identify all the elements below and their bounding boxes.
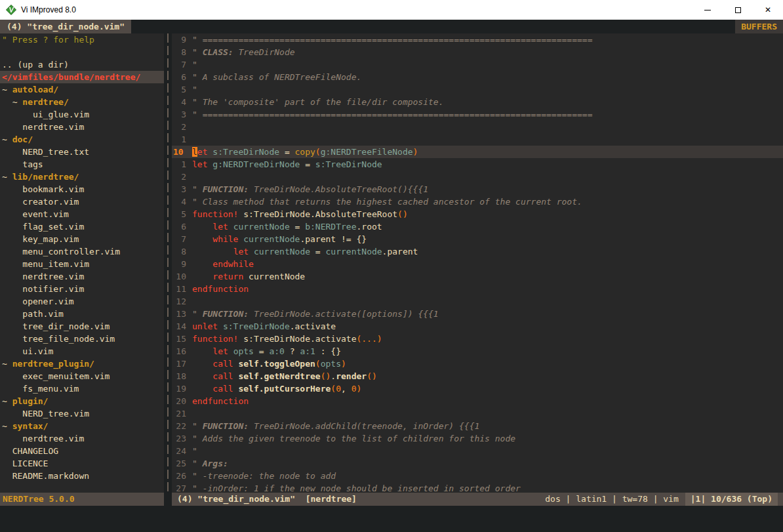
tree-item[interactable]: " Press ? for help <box>0 33 164 46</box>
editor-line[interactable]: 25" Args: <box>172 457 783 470</box>
tree-item[interactable]: NERD_tree.vim <box>0 407 164 420</box>
editor-line[interactable]: 5" <box>172 83 783 96</box>
maximize-button[interactable] <box>723 0 753 20</box>
editor-line[interactable]: 10let s:TreeDirNode = copy(g:NERDTreeFil… <box>172 146 783 158</box>
tree-item[interactable]: .. (up a dir) <box>0 58 164 71</box>
line-number: 22 <box>172 420 192 432</box>
editor-line[interactable]: 20endfunction <box>172 395 783 407</box>
tree-item[interactable]: menu_controller.vim <box>0 245 164 258</box>
titlebar-drag-area[interactable] <box>76 0 693 20</box>
editor-line[interactable]: 4" The 'composite' part of the file/dir … <box>172 96 783 108</box>
editor-line[interactable]: 13" FUNCTION: TreeDirNode.activate([opti… <box>172 308 783 320</box>
tree-item[interactable]: README.markdown <box>0 470 164 482</box>
editor-line[interactable]: 7" <box>172 58 783 71</box>
editor-line[interactable]: 6 let currentNode = b:NERDTree.root <box>172 220 783 233</box>
editor-line[interactable]: 26" -treenode: the node to add <box>172 470 783 482</box>
tree-item[interactable]: ~ doc/ <box>0 133 164 146</box>
tree-item[interactable]: fs_menu.vim <box>0 382 164 395</box>
tree-item[interactable]: tree_file_node.vim <box>0 333 164 345</box>
tree-item[interactable]: bookmark.vim <box>0 183 164 195</box>
editor-line[interactable]: 22" FUNCTION: TreeDirNode.addChild(treen… <box>172 420 783 432</box>
vim-logo-icon[interactable] <box>6 5 16 15</box>
tree-item[interactable]: path.vim <box>0 308 164 320</box>
window-title: Vi IMproved 8.0 <box>21 5 76 14</box>
line-number: 1 <box>172 133 192 146</box>
editor-line[interactable]: 8" CLASS: TreeDirNode <box>172 46 783 58</box>
editor-line[interactable]: 15function! s:TreeDirNode.activate(...) <box>172 333 783 345</box>
tree-item[interactable]: nerdtree.vim <box>0 270 164 283</box>
main-area: " Press ? for help.. (up a dir)</vimfile… <box>0 33 783 493</box>
tree-item[interactable]: NERD_tree.txt <box>0 146 164 158</box>
tree-item[interactable]: key_map.vim <box>0 233 164 245</box>
editor-line[interactable]: 24" <box>172 445 783 457</box>
tree-item[interactable]: nerdtree.vim <box>0 121 164 133</box>
tab-tree-dir-node[interactable]: (4) "tree_dir_node.vim" <box>0 20 131 33</box>
code-text: " The 'composite' part of the file/dir c… <box>192 96 444 108</box>
editor-line[interactable]: 5function! s:TreeDirNode.AbsoluteTreeRoo… <box>172 208 783 220</box>
tree-item[interactable]: tree_dir_node.vim <box>0 320 164 333</box>
code-text: " Args: <box>192 457 228 470</box>
editor-line[interactable]: 7 while currentNode.parent != {} <box>172 233 783 245</box>
tree-item[interactable]: creator.vim <box>0 195 164 208</box>
editor-line[interactable]: 4" Class method that returns the highest… <box>172 195 783 208</box>
line-number: 17 <box>172 358 192 370</box>
tree-item[interactable]: ~ autoload/ <box>0 83 164 96</box>
editor-line[interactable]: 6" A subclass of NERDTreeFileNode. <box>172 71 783 83</box>
editor-line[interactable]: 23" Adds the given treenode to the list … <box>172 432 783 445</box>
editor-line[interactable]: 2 <box>172 171 783 183</box>
tree-item[interactable]: CHANGELOG <box>0 445 164 457</box>
close-button[interactable]: ✕ <box>753 0 783 20</box>
tree-node-label: ~ nerdtree/ <box>2 97 69 107</box>
code-text: endfunction <box>192 283 249 295</box>
editor-line[interactable]: 27" -inOrder: 1 if the new node should b… <box>172 482 783 493</box>
tree-item[interactable]: ui.vim <box>0 345 164 358</box>
tree-item[interactable]: opener.vim <box>0 295 164 308</box>
editor-line[interactable]: 19 call self.putCursorHere(0, 0) <box>172 382 783 395</box>
editor-line[interactable]: 1let g:NERDTreeDirNode = s:TreeDirNode <box>172 158 783 171</box>
line-number: 3 <box>172 183 192 195</box>
command-line[interactable] <box>0 506 783 532</box>
tree-node-label: " Press ? for help <box>2 35 94 45</box>
editor-line[interactable]: 17 call self.toggleOpen(opts) <box>172 358 783 370</box>
code-text: " FUNCTION: TreeDirNode.addChild(treenod… <box>192 420 479 432</box>
tree-item[interactable]: ~ nerdtree/ <box>0 96 164 108</box>
tree-item[interactable]: nerdtree.vim <box>0 432 164 445</box>
editor-line[interactable]: 9 endwhile <box>172 258 783 270</box>
tree-node-label: bookmark.vim <box>2 184 84 194</box>
editor-pane: 9" =====================================… <box>172 33 783 493</box>
window-separator[interactable] <box>164 33 172 493</box>
editor-line[interactable]: 11endfunction <box>172 283 783 295</box>
tree-item[interactable]: ~ syntax/ <box>0 420 164 432</box>
editor-line[interactable]: 16 let opts = a:0 ? a:1 : {} <box>172 345 783 358</box>
tree-item[interactable]: menu_item.vim <box>0 258 164 270</box>
tree-item[interactable]: LICENCE <box>0 457 164 470</box>
editor-line[interactable]: 9" =====================================… <box>172 33 783 46</box>
code-text: " A subclass of NERDTreeFileNode. <box>192 71 361 83</box>
code-text: " -treenode: the node to add <box>192 470 336 482</box>
editor-line[interactable]: 3" FUNCTION: TreeDirNode.AbsoluteTreeRoo… <box>172 183 783 195</box>
tree-item[interactable]: event.vim <box>0 208 164 220</box>
editor-line[interactable]: 10 return currentNode <box>172 270 783 283</box>
tree-item[interactable]: flag_set.vim <box>0 220 164 233</box>
tree-item[interactable]: ~ nerdtree_plugin/ <box>0 358 164 370</box>
tree-item[interactable]: ~ plugin/ <box>0 395 164 407</box>
editor-line[interactable]: 3" =====================================… <box>172 108 783 121</box>
tree-item[interactable]: ui_glue.vim <box>0 108 164 121</box>
tree-item[interactable]: exec_menuitem.vim <box>0 370 164 382</box>
tree-item[interactable]: tags <box>0 158 164 171</box>
tree-item[interactable]: </vimfiles/bundle/nerdtree/ <box>0 71 164 83</box>
vim-window: Vi IMproved 8.0 ✕ (4) "tree_dir_node.vim… <box>0 0 783 532</box>
code-text: endfunction <box>192 395 249 407</box>
tree-item[interactable]: ~ lib/nerdtree/ <box>0 171 164 183</box>
editor-line[interactable]: 8 let currentNode = currentNode.parent <box>172 245 783 258</box>
editor-line[interactable]: 12 <box>172 295 783 308</box>
tree-item[interactable]: notifier.vim <box>0 283 164 295</box>
editor-line[interactable]: 14unlet s:TreeDirNode.activate <box>172 320 783 333</box>
editor-line[interactable]: 18 call self.getNerdtree().render() <box>172 370 783 382</box>
editor-line[interactable]: 21 <box>172 407 783 420</box>
tree-node-label: CHANGELOG <box>2 446 58 456</box>
editor-line[interactable]: 1 <box>172 133 783 146</box>
line-number: 6 <box>172 71 192 83</box>
minimize-button[interactable] <box>693 0 723 20</box>
editor-line[interactable]: 2 <box>172 121 783 133</box>
